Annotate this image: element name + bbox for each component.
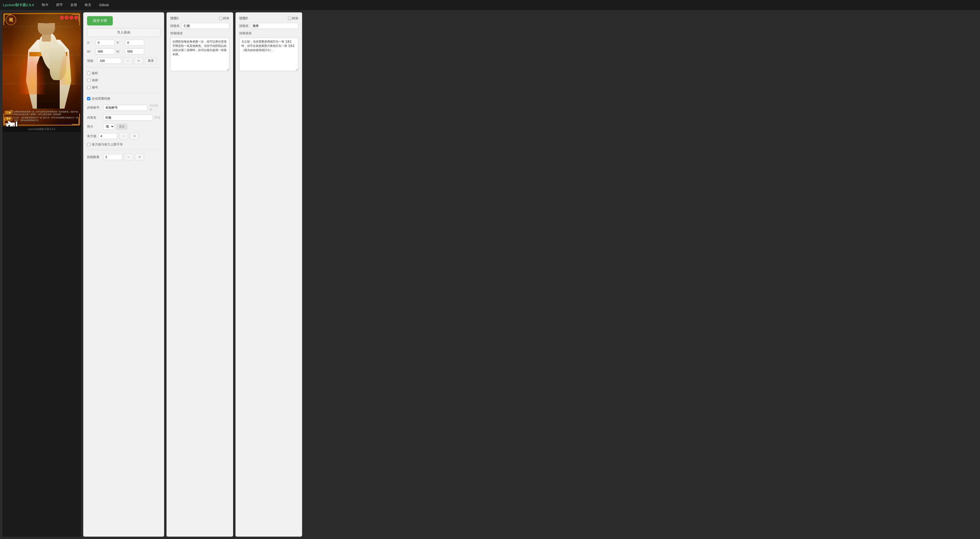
skill-count-plus-button[interactable]: ＋ xyxy=(135,154,144,160)
general-name-label: 武将名 xyxy=(87,116,101,120)
card-skill-tag-1: 仁德 xyxy=(5,111,13,115)
card-subtitle: 未知称号 xyxy=(10,108,13,109)
card-skills-area: 仁德 出牌阶段每名角色限一次，你可以将任意张手牌交给一名其他角色。当你于此阶段以… xyxy=(5,111,78,122)
menu-item-puzzle[interactable]: 拼字 xyxy=(55,2,64,8)
save-button[interactable]: 保存卡牌 xyxy=(87,16,113,25)
hp-plus-button[interactable]: ＋ xyxy=(130,133,139,140)
card-footer-label: Lycium在线制卡器2.5.4 xyxy=(2,127,81,132)
skill-count-minus-button[interactable]: － xyxy=(124,154,133,160)
editor-panel: 保存卡牌 导入插画 X: Y: W: H: 缩放 － ＋ 重置 版权 xyxy=(83,13,164,537)
number-label: 编号 xyxy=(92,85,98,90)
general-title-input[interactable] xyxy=(103,105,148,111)
auto-convert-label: 自动简繁转换 xyxy=(92,97,110,101)
faction-row: 势力 蜀 魏 吴 群 汉 主公 xyxy=(87,123,160,130)
auto-convert-row: 自动简繁转换 xyxy=(87,97,160,101)
general-name-hint: 劉備 xyxy=(154,116,160,119)
xy-row: X: Y: xyxy=(87,40,160,46)
card-name-vertical: 未知称号 刘备 xyxy=(5,27,18,112)
hp-unequal-label: 体力值与体力上限不等 xyxy=(92,143,123,147)
skill2-name-input[interactable] xyxy=(250,23,298,29)
skill2-italic-row: 斜体 xyxy=(288,16,298,21)
skill1-header: 技能1 斜体 xyxy=(170,16,229,21)
card-skill-desc-2: 主公技，当你需要使用或打出一张【杀】时，你可令其他蜀势力角色打出一张【杀】（视为… xyxy=(13,117,78,122)
card-panel: 蜀 未知称号 刘备 WWW.ABSKOOP.COMWWW.ABSKOOP.COM… xyxy=(2,13,81,537)
hp-minus-button[interactable]: － xyxy=(119,133,128,140)
x-label: X: xyxy=(87,41,94,44)
skill1-desc-label: 技能描述 xyxy=(170,31,229,35)
faction-emblem: 蜀 xyxy=(6,15,16,25)
copyright-checkbox[interactable] xyxy=(87,71,91,75)
general-name-row: 武将名 劉備 xyxy=(87,114,160,120)
hp-row: 体力值 － ＋ xyxy=(87,133,160,140)
skill1-italic-label: 斜体 xyxy=(223,16,229,21)
role-tag: 主公 xyxy=(116,124,127,130)
card-skill-bar-2: 激将 主公技，当你需要使用或打出一张【杀】时，你可令其他蜀势力角色打出一张【杀】… xyxy=(5,117,78,122)
skill1-desc-textarea[interactable]: 出牌阶段每名角色限一次，你可以将任意张手牌交给一名其他角色。当你于此阶段以此法给… xyxy=(170,38,229,71)
menu-item-feedback[interactable]: 反馈 xyxy=(69,2,78,8)
copyright-label: 版权 xyxy=(92,71,98,75)
skill2-desc-textarea[interactable]: 主公技，当你需要使用或打出一张【杀】时，你可令其他蜀势力角色打出一张【杀】（视为… xyxy=(239,38,298,71)
skill2-name-label: 技能名 xyxy=(239,24,248,28)
painter-row: 画师 xyxy=(87,78,160,82)
menu-item-card[interactable]: 制卡 xyxy=(40,2,50,8)
hp-dot-1 xyxy=(60,16,64,19)
hp-label: 体力值 xyxy=(87,134,96,138)
number-checkbox[interactable] xyxy=(87,86,91,89)
skill1-name-row: 技能名 xyxy=(170,23,229,29)
card-hp-row xyxy=(60,16,78,19)
skill1-panel: 技能1 斜体 技能名 技能描述 出牌阶段每名角色限一次，你可以将任意张手牌交给一… xyxy=(167,13,233,537)
copyright-row: 版权 xyxy=(87,71,160,75)
scale-plus-button[interactable]: ＋ xyxy=(134,57,143,64)
h-input[interactable] xyxy=(125,49,144,54)
y-input[interactable] xyxy=(125,40,144,46)
hp-unequal-row: 体力值与体力上限不等 xyxy=(87,143,160,147)
general-name-input[interactable] xyxy=(103,114,153,120)
general-title-label: 武将称号 xyxy=(87,106,101,110)
scale-minus-button[interactable]: － xyxy=(123,57,132,64)
number-row: 编号 xyxy=(87,85,160,90)
skill-count-row: 技能数量 － ＋ xyxy=(87,154,160,160)
skill2-title: 技能2 xyxy=(239,16,248,21)
y-label: Y: xyxy=(116,41,123,44)
reset-button[interactable]: 重置 xyxy=(145,57,156,64)
faction-select[interactable]: 蜀 魏 吴 群 汉 xyxy=(103,123,115,130)
scale-input[interactable] xyxy=(97,58,121,64)
hp-input[interactable] xyxy=(98,133,117,139)
skill1-title: 技能1 xyxy=(170,16,179,21)
scale-row: 缩放 － ＋ 重置 xyxy=(87,57,160,64)
hp-dot-2 xyxy=(65,16,68,19)
skill2-panel: 技能2 斜体 技能名 技能描述 主公技，当你需要使用或打出一张【杀】时，你可令其… xyxy=(235,13,302,537)
skill2-header: 技能2 斜体 xyxy=(239,16,298,21)
general-title-row: 武将称号 未知稱號 xyxy=(87,104,160,112)
skill-count-input[interactable] xyxy=(103,154,122,160)
skill1-name-label: 技能名 xyxy=(170,24,180,28)
import-button[interactable]: 导入插画 xyxy=(87,28,160,37)
painter-label: 画师 xyxy=(92,78,98,82)
skill2-desc-label: 技能描述 xyxy=(239,31,298,35)
w-input[interactable] xyxy=(95,49,115,54)
hp-dot-3 xyxy=(70,16,73,19)
painter-checkbox[interactable] xyxy=(87,79,91,82)
skill1-italic-checkbox[interactable] xyxy=(219,17,222,20)
faction-label: 势力 xyxy=(87,125,101,129)
skill1-italic-row: 斜体 xyxy=(219,16,229,21)
card-skill-tag-2: 激将 xyxy=(5,117,13,121)
w-label: W: xyxy=(87,50,94,53)
skill2-italic-checkbox[interactable] xyxy=(288,17,291,20)
skill-count-label: 技能数量 xyxy=(87,155,101,159)
general-title-hint: 未知稱號 xyxy=(150,104,160,112)
skill1-name-input[interactable] xyxy=(181,23,229,29)
h-label: H: xyxy=(116,50,123,53)
skill2-name-row: 技能名 xyxy=(239,23,298,29)
app-title: Lycium制卡器2.5.4 xyxy=(3,3,34,7)
scale-label: 缩放 xyxy=(87,59,95,63)
skill2-italic-label: 斜体 xyxy=(292,16,298,21)
main-content: 蜀 未知称号 刘备 WWW.ABSKOOP.COMWWW.ABSKOOP.COM… xyxy=(0,10,980,539)
x-input[interactable] xyxy=(95,40,115,46)
menu-item-revenue[interactable]: 收支 xyxy=(83,2,93,8)
hp-unequal-checkbox[interactable] xyxy=(87,143,91,146)
menu-item-github[interactable]: Github xyxy=(97,2,110,8)
auto-convert-checkbox[interactable] xyxy=(87,97,91,100)
faction-emblem-text: 蜀 xyxy=(9,17,13,23)
hp-dot-4 xyxy=(74,16,78,19)
